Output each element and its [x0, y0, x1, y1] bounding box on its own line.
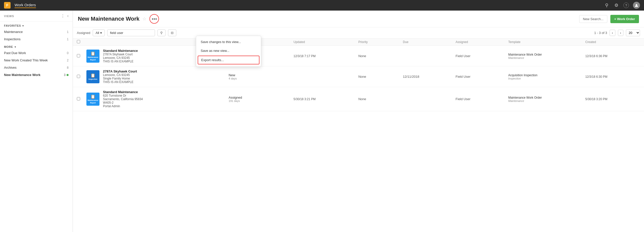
col-header-assigned: Assigned	[454, 40, 506, 44]
row-name-3: Standard Maintenance	[103, 90, 225, 94]
work-thumb-3: 📋 Maintenance Report	[86, 93, 99, 106]
table-row[interactable]: 📋 Maintenance Report Standard Maintenanc…	[73, 87, 644, 111]
row-created-2: 12/3/18 6:30 PM	[583, 75, 640, 79]
sidebar-item-new-work-label: New Work Created This Week	[4, 58, 48, 62]
row-created-1: 12/3/18 6:36 PM	[583, 54, 640, 58]
row-addr3-3: W405-2	[103, 101, 225, 104]
user-avatar[interactable]	[633, 2, 640, 9]
row-days-2: 4 days	[229, 77, 289, 80]
sidebar-item-new-maintenance[interactable]: New Maintenance Work 3	[0, 71, 73, 79]
row-priority-1: None	[356, 54, 401, 58]
col-header-updated: Updated	[291, 40, 356, 44]
row-addr1-2: Lemoore, CA 93245	[103, 73, 225, 77]
assigned-filter-value: All	[95, 31, 99, 35]
row-template-name-1: Maintenance Work Order	[508, 53, 581, 56]
row-name-2: 2787A Skyhawk Court	[103, 69, 225, 73]
row-checkbox-1[interactable]	[77, 54, 80, 57]
work-thumb-2: 📋 Inspection	[86, 70, 99, 83]
dropdown-export[interactable]: Export results...	[198, 56, 259, 64]
sidebar-header: VIEWS ⋮ ‹	[0, 11, 73, 22]
row-assigned-1: Field User	[454, 54, 506, 58]
thumb-label-2: Inspection	[88, 78, 97, 80]
row-checkbox-3[interactable]	[77, 97, 80, 100]
more-section[interactable]: MORE ▾	[0, 43, 73, 49]
filter-search-button[interactable]: ⚲	[157, 29, 166, 36]
star-icon[interactable]: ☆	[142, 16, 146, 22]
settings-icon[interactable]: ⚙	[613, 2, 619, 9]
sidebar-item-archives-label: Archives	[4, 66, 17, 69]
row-priority-2: None	[356, 75, 401, 79]
select-all-checkbox[interactable]	[77, 40, 80, 43]
row-addr2-2: Single Family Home	[103, 77, 225, 80]
sidebar-item-maintenance-count: 1	[67, 30, 69, 34]
col-header-due: Due	[401, 40, 454, 44]
sidebar-item-archives[interactable]: Archives 8	[0, 64, 73, 71]
sidebar-more-icon[interactable]: ⋮	[61, 14, 65, 18]
thumb-icon-1: 📋	[90, 51, 95, 56]
sidebar-item-new-work[interactable]: New Work Created This Week 2	[0, 57, 73, 64]
col-header-template: Template	[506, 40, 583, 44]
topnav: F Work Orders ⚲ ⚙ ?	[0, 0, 644, 11]
new-search-button[interactable]: New Search...	[579, 15, 607, 23]
more-dot-2	[154, 18, 155, 20]
row-priority-3: None	[356, 97, 401, 101]
page-title: New Maintenance Work	[78, 16, 139, 22]
dropdown-menu: Save changes to this view... Save as new…	[196, 36, 261, 67]
row-addr1-3: 620 Turnstone Dr	[103, 94, 225, 97]
row-template-name-3: Maintenance Work Order	[508, 96, 581, 99]
sidebar-item-archives-count: 8	[67, 66, 69, 69]
row-assigned-2: Field User	[454, 75, 506, 79]
sidebar-item-past-due[interactable]: Past Due Work 0	[0, 49, 73, 57]
work-thumb-1: 📋 Maintenance Report	[86, 50, 99, 63]
row-checkbox-2[interactable]	[77, 75, 80, 78]
row-addr4-3: Portal Admin	[103, 104, 225, 108]
filter-funnel-button[interactable]: ⊟	[168, 29, 176, 36]
dropdown-save-new[interactable]: Save as new view...	[196, 46, 261, 55]
sidebar-item-inspections[interactable]: Inspections 1	[0, 35, 73, 43]
more-options-button[interactable]	[149, 14, 159, 24]
assigned-filter-chevron: ▾	[100, 31, 102, 35]
sidebar-item-past-due-count: 0	[67, 51, 69, 55]
app-logo: F	[4, 2, 11, 9]
row-status-2: New	[229, 73, 289, 77]
sidebar-item-maintenance[interactable]: Maintenance 1	[0, 28, 73, 35]
favorites-section[interactable]: FAVORITES ▾	[0, 22, 73, 28]
sidebar-item-new-work-count: 2	[67, 59, 69, 62]
row-updated-3: 5/30/18 3:21 PM	[291, 97, 356, 101]
sidebar: VIEWS ⋮ ‹ FAVORITES ▾ Maintenance 1 Insp…	[0, 11, 73, 232]
table-header: Updated Priority Due Assigned Template C…	[73, 38, 644, 46]
search-icon[interactable]: ⚲	[604, 2, 609, 9]
page-size-select[interactable]: 20 50 100	[626, 29, 640, 36]
col-header-created: Created	[583, 40, 640, 44]
sidebar-item-inspections-count: 1	[67, 37, 69, 41]
row-updated-1: 12/3/18 7:17 PM	[291, 54, 356, 58]
dropdown-save-changes[interactable]: Save changes to this view...	[196, 37, 261, 46]
user-filter-input[interactable]	[107, 29, 155, 36]
row-status-3: Assigned	[229, 96, 289, 99]
thumb-icon-3: 📋	[90, 94, 95, 99]
filter-search-icon: ⚲	[160, 31, 163, 35]
row-addr3-2: THIS IS AN EXAMPLE	[103, 80, 225, 84]
row-template-type-3: Maintenance	[508, 99, 581, 102]
thumb-label-1: Maintenance	[88, 56, 98, 58]
more-arrow: ▾	[15, 46, 16, 48]
col-header-priority: Priority	[356, 40, 401, 44]
sidebar-item-inspections-label: Inspections	[4, 37, 21, 41]
sidebar-views-label: VIEWS	[4, 15, 14, 18]
pagination-next-button[interactable]: ›	[618, 30, 623, 36]
pagination-info: 1 - 3 of 3	[594, 31, 607, 35]
add-work-order-button[interactable]: + Work Order	[610, 15, 639, 23]
thumb-sublabel-1: Report	[90, 59, 96, 61]
more-label: MORE	[4, 45, 13, 48]
favorites-label: FAVORITES	[4, 24, 21, 27]
row-due-2: 12/11/2018	[401, 75, 454, 79]
assigned-filter-button[interactable]: All ▾	[93, 29, 104, 36]
row-created-3: 5/30/18 3:20 PM	[583, 97, 640, 101]
row-addr2-3: Sacramento, California 95834	[103, 97, 225, 101]
table-row[interactable]: 📋 Inspection 2787A Skyhawk Court Lemoore…	[73, 66, 644, 87]
help-icon[interactable]: ?	[623, 3, 629, 8]
sidebar-collapse-icon[interactable]: ‹	[67, 14, 69, 18]
pagination-prev-button[interactable]: ‹	[610, 30, 615, 36]
table-row[interactable]: 📋 Maintenance Report Standard Maintenanc…	[73, 46, 644, 66]
sidebar-item-maintenance-label: Maintenance	[4, 30, 23, 34]
